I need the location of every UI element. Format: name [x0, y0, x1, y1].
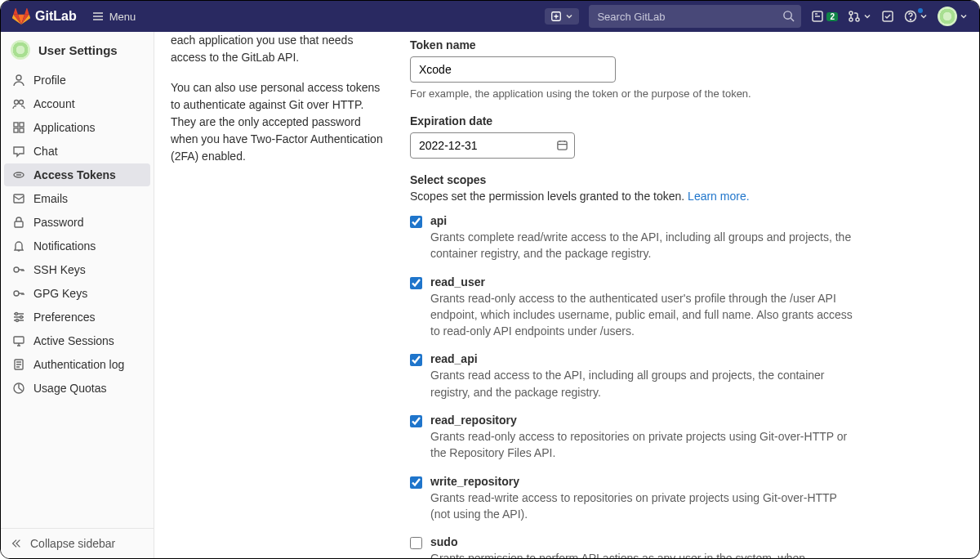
- gitlab-icon: [12, 7, 30, 25]
- scope-checkbox-read_repository[interactable]: [410, 415, 422, 427]
- help-button[interactable]: [904, 10, 928, 23]
- sidebar-item-applications[interactable]: Applications: [4, 116, 150, 139]
- scope-checkbox-sudo[interactable]: [410, 537, 422, 549]
- sidebar-item-label: Chat: [33, 145, 58, 158]
- sidebar-item-profile[interactable]: Profile: [4, 69, 150, 92]
- token-name-input[interactable]: [410, 56, 616, 83]
- sidebar: User Settings ProfileAccountApplications…: [1, 32, 154, 558]
- issues-icon: [811, 10, 824, 23]
- plus-square-icon: [550, 11, 562, 22]
- sidebar-header[interactable]: User Settings: [1, 32, 154, 68]
- token-name-label: Token name: [410, 38, 963, 51]
- user-menu[interactable]: [938, 7, 968, 26]
- topbar: GitLab Menu 2: [1, 1, 979, 32]
- scope-checkbox-read_api[interactable]: [410, 354, 422, 366]
- notifications-icon: [12, 239, 25, 253]
- scope-name: sudo: [430, 535, 963, 548]
- sidebar-item-emails[interactable]: Emails: [4, 187, 150, 210]
- sidebar-item-label: Authentication log: [33, 358, 124, 371]
- chevron-down-icon: [863, 12, 871, 20]
- brand-text: GitLab: [35, 9, 77, 24]
- sidebar-item-label: Password: [33, 216, 83, 229]
- new-button[interactable]: [545, 8, 579, 25]
- form-column: Token name For example, the application …: [410, 32, 963, 542]
- sidebar-item-ssh-keys[interactable]: SSH Keys: [4, 258, 150, 281]
- usage-quotas-icon: [12, 382, 25, 395]
- sidebar-item-label: Account: [33, 97, 75, 110]
- preferences-icon: [12, 311, 25, 324]
- calendar-icon[interactable]: [556, 139, 568, 151]
- sidebar-item-gpg-keys[interactable]: GPG Keys: [4, 282, 150, 305]
- gpg-keys-icon: [12, 287, 25, 300]
- scope-sudo: sudoGrants permission to perform API act…: [410, 535, 963, 558]
- chevrons-left-icon: [11, 538, 22, 549]
- sidebar-item-authentication-log[interactable]: Authentication log: [4, 353, 150, 376]
- sidebar-item-active-sessions[interactable]: Active Sessions: [4, 329, 150, 352]
- expiration-label: Expiration date: [410, 114, 963, 127]
- avatar: [938, 7, 957, 26]
- svg-rect-27: [558, 141, 567, 150]
- scope-description: Grants read-only access to the authentic…: [430, 290, 855, 340]
- ssh-keys-icon: [12, 263, 25, 276]
- svg-point-20: [14, 291, 19, 296]
- merge-icon: [848, 10, 861, 23]
- token-name-hint: For example, the application using the t…: [410, 87, 963, 100]
- sidebar-item-label: Usage Quotas: [33, 382, 107, 395]
- merge-requests-button[interactable]: [848, 10, 871, 23]
- scope-checkbox-api[interactable]: [410, 216, 422, 228]
- sidebar-item-account[interactable]: Account: [4, 92, 150, 115]
- scope-name: write_repository: [430, 475, 963, 488]
- svg-rect-12: [14, 123, 18, 127]
- sidebar-item-chat[interactable]: Chat: [4, 140, 150, 163]
- intro-text: You can also use personal access tokens …: [171, 79, 387, 165]
- svg-point-3: [849, 11, 853, 15]
- collapse-sidebar[interactable]: Collapse sidebar: [1, 528, 154, 558]
- sidebar-item-password[interactable]: Password: [4, 211, 150, 234]
- todo-icon: [881, 10, 894, 23]
- expiration-input[interactable]: [410, 132, 575, 159]
- scope-description: Grants read-only access to repositories …: [430, 428, 855, 462]
- sidebar-item-label: Applications: [33, 121, 96, 134]
- scope-checkbox-read_user[interactable]: [410, 277, 422, 289]
- sidebar-item-usage-quotas[interactable]: Usage Quotas: [4, 377, 150, 400]
- scope-description: Grants complete read/write access to the…: [430, 229, 855, 262]
- scopes-title: Select scopes: [410, 173, 963, 186]
- sidebar-item-preferences[interactable]: Preferences: [4, 306, 150, 329]
- svg-point-22: [20, 316, 23, 319]
- menu-button[interactable]: Menu: [91, 10, 136, 23]
- learn-more-link[interactable]: Learn more.: [688, 190, 749, 203]
- emails-icon: [12, 192, 25, 205]
- password-icon: [12, 216, 25, 229]
- help-icon: [904, 10, 917, 23]
- svg-rect-24: [14, 337, 24, 343]
- sidebar-item-access-tokens[interactable]: Access Tokens: [4, 163, 150, 186]
- scope-checkbox-write_repository[interactable]: [410, 476, 422, 489]
- scope-description: Grants permission to perform API actions…: [430, 550, 855, 558]
- intro-text: each application you use that needs acce…: [171, 32, 387, 66]
- account-icon: [12, 97, 25, 110]
- scope-name: read_api: [430, 352, 963, 365]
- sidebar-item-label: Emails: [33, 192, 68, 205]
- notification-dot: [918, 8, 923, 13]
- svg-point-10: [15, 101, 19, 105]
- scope-description: Grants read-write access to repositories…: [430, 490, 855, 523]
- todos-button[interactable]: [881, 10, 894, 23]
- scope-name: read_user: [430, 275, 963, 288]
- scope-read_repository: read_repositoryGrants read-only access t…: [410, 414, 963, 462]
- sidebar-item-notifications[interactable]: Notifications: [4, 235, 150, 257]
- issues-button[interactable]: 2: [811, 10, 838, 23]
- svg-point-8: [911, 20, 911, 20]
- logo[interactable]: GitLab: [12, 7, 77, 25]
- hamburger-icon: [91, 10, 105, 23]
- sidebar-item-label: GPG Keys: [33, 287, 87, 300]
- topbar-right: 2: [545, 5, 968, 28]
- search-icon: [782, 10, 795, 22]
- svg-point-23: [16, 320, 19, 322]
- scope-write_repository: write_repositoryGrants read-write access…: [410, 475, 963, 523]
- sidebar-item-label: Active Sessions: [33, 334, 114, 347]
- chevron-down-icon: [565, 12, 573, 20]
- search-input[interactable]: [589, 5, 801, 28]
- sidebar-item-label: Notifications: [33, 239, 96, 253]
- search-box: [589, 5, 801, 28]
- scope-read_user: read_userGrants read-only access to the …: [410, 275, 963, 340]
